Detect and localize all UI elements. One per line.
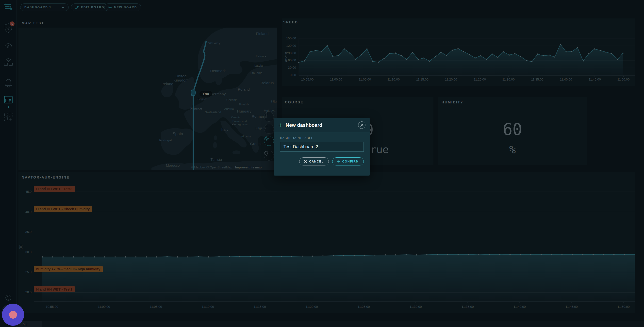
modal-header: + New dashboard	[274, 118, 370, 132]
modal-body: DASHBOARD LABEL CANCEL CONFIRM	[274, 132, 370, 166]
modal-title: New dashboard	[286, 122, 358, 128]
cancel-label: CANCEL	[309, 160, 324, 163]
cursor-click-indicator-center	[9, 311, 17, 319]
app-root: 6	[0, 0, 644, 327]
plus-icon: +	[278, 122, 282, 128]
cancel-button[interactable]: CANCEL	[299, 157, 329, 166]
plus-icon	[337, 160, 340, 163]
x-icon	[304, 160, 307, 163]
confirm-button[interactable]: CONFIRM	[332, 157, 364, 166]
new-dashboard-modal: + New dashboard DASHBOARD LABEL CANCEL C…	[274, 118, 370, 176]
dashboard-label-input[interactable]	[280, 142, 364, 152]
confirm-label: CONFIRM	[342, 160, 359, 163]
cursor-click-indicator	[2, 304, 24, 326]
close-icon[interactable]	[358, 122, 366, 129]
dashboard-label-field-label: DASHBOARD LABEL	[280, 136, 364, 140]
